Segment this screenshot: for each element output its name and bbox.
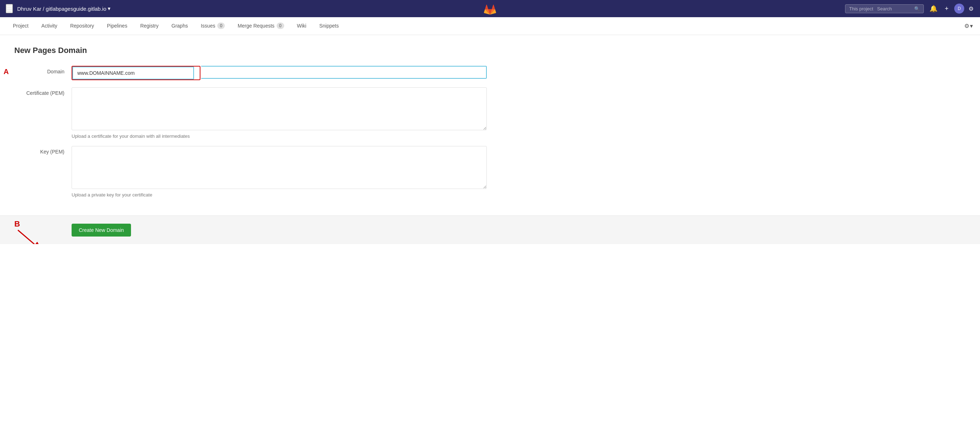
certificate-hint: Upload a certificate for your domain wit… [72, 134, 487, 139]
hamburger-menu[interactable]: ☰ [6, 4, 13, 13]
breadcrumb-project[interactable]: gitlabpagesguide.gitlab.io [46, 6, 106, 12]
nav-merge-requests[interactable]: Merge Requests 0 [232, 17, 290, 35]
nav-right: 🔍 🔔 + D ⚙ [845, 3, 974, 14]
add-button[interactable]: + [943, 4, 950, 13]
nav-repository[interactable]: Repository [64, 17, 100, 35]
domain-row: A Domain [14, 66, 487, 80]
settings-icon: ⚙ [969, 5, 974, 12]
gitlab-logo[interactable] [483, 2, 497, 15]
main-content: New Pages Domain A Domain Certificate (P… [0, 35, 501, 215]
top-navbar: ☰ Dhruv Kar / gitlabpagesguide.gitlab.io… [0, 0, 980, 17]
svg-line-1 [18, 230, 43, 244]
bottom-bar: B Create New Domain [0, 215, 980, 244]
subnav-settings-chevron: ▾ [970, 22, 973, 29]
subnav-settings: ⚙ ▾ [964, 22, 973, 29]
certificate-textarea[interactable] [72, 87, 487, 130]
settings-button[interactable]: ⚙ [969, 5, 974, 12]
nav-activity[interactable]: Activity [36, 17, 63, 35]
domain-field [72, 66, 487, 80]
breadcrumb-user[interactable]: Dhruv Kar [17, 6, 41, 12]
nav-issues[interactable]: Issues 0 [195, 17, 231, 35]
nav-wiki[interactable]: Wiki [291, 17, 312, 35]
certificate-row: Certificate (PEM) Upload a certificate f… [14, 87, 487, 139]
search-box[interactable]: 🔍 [845, 4, 924, 13]
nav-graphs[interactable]: Graphs [166, 17, 194, 35]
form-container: A Domain Certificate (PEM) Upload a cert… [14, 66, 487, 197]
annotation-a: A [3, 68, 9, 76]
key-textarea[interactable] [72, 146, 487, 189]
issues-badge: 0 [217, 22, 225, 29]
key-label: Key (PEM) [14, 146, 72, 154]
breadcrumb: Dhruv Kar / gitlabpagesguide.gitlab.io ▾ [17, 5, 111, 12]
user-avatar[interactable]: D [954, 3, 964, 14]
breadcrumb-separator: / [43, 6, 45, 12]
subnav-settings-button[interactable]: ⚙ ▾ [964, 22, 973, 29]
page-title: New Pages Domain [14, 46, 487, 55]
certificate-label: Certificate (PEM) [14, 87, 72, 96]
nav-snippets[interactable]: Snippets [313, 17, 344, 35]
merge-requests-badge: 0 [277, 22, 284, 29]
key-row: Key (PEM) Upload a private key for your … [14, 146, 487, 197]
nav-project[interactable]: Project [7, 17, 34, 35]
breadcrumb-chevron[interactable]: ▾ [108, 5, 111, 12]
search-input[interactable] [849, 6, 914, 11]
domain-input-wrapper [72, 66, 200, 80]
key-field: Upload a private key for your certificat… [72, 146, 487, 197]
domain-label: Domain [14, 66, 72, 75]
domain-input-extension[interactable] [201, 66, 487, 79]
annotation-b-container: B [14, 220, 20, 229]
notifications-bell[interactable]: 🔔 [928, 4, 939, 13]
subnav-settings-icon: ⚙ [964, 22, 969, 29]
form-actions: Create New Domain [72, 224, 131, 237]
certificate-field: Upload a certificate for your domain wit… [72, 87, 487, 139]
key-hint: Upload a private key for your certificat… [72, 192, 487, 197]
search-icon: 🔍 [914, 6, 920, 11]
nav-pipelines[interactable]: Pipelines [101, 17, 133, 35]
nav-registry[interactable]: Registry [135, 17, 164, 35]
domain-input[interactable] [72, 67, 194, 80]
sub-navbar: Project Activity Repository Pipelines Re… [0, 17, 980, 35]
create-domain-button[interactable]: Create New Domain [72, 224, 131, 237]
annotation-arrow [11, 226, 54, 244]
